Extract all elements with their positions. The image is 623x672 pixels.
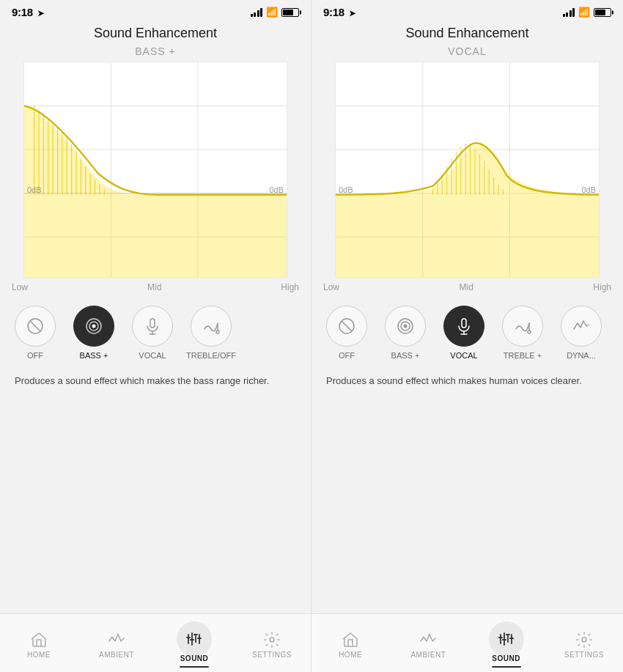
- svg-point-31: [216, 331, 219, 333]
- vocal-icon-circle-left: [132, 306, 173, 347]
- wifi-right: 📶: [578, 7, 590, 18]
- bass-icon-right: [395, 316, 416, 336]
- bass-label-left: BASS +: [80, 351, 108, 360]
- description-right: Produces a sound effect which makes huma…: [312, 363, 623, 613]
- tab-sound-circle-right: [489, 621, 524, 657]
- treble-icon-circle-left: [191, 306, 232, 347]
- treble-label-left: TREBLE/OFF: [186, 351, 236, 360]
- bass-button-left[interactable]: BASS +: [64, 306, 123, 360]
- tab-active-indicator-left: [180, 666, 209, 668]
- chart-left: 0dB 0dB: [23, 62, 287, 278]
- dynamic-button-right[interactable]: DYNA...: [552, 306, 611, 360]
- bass-icon-left: [84, 316, 104, 336]
- svg-point-73: [528, 331, 531, 333]
- mode-label-right: VOCAL: [312, 44, 623, 62]
- mid-label-right: Mid: [459, 282, 473, 292]
- sound-icon-left: [185, 630, 203, 648]
- tab-sound-label-right: SOUND: [492, 654, 520, 662]
- battery-right: [594, 8, 611, 17]
- time-left: 9:18 ➤: [12, 6, 43, 18]
- vocal-button-right[interactable]: VOCAL: [435, 306, 493, 360]
- low-label-left: Low: [12, 282, 28, 292]
- icons-row-left: OFF BASS + VOCAL: [0, 292, 311, 363]
- time-right: 9:18 ➤: [323, 6, 355, 18]
- tab-ambient-label-right: AMBIENT: [410, 651, 446, 659]
- dynamic-icon-right: [571, 316, 591, 336]
- high-label-right: High: [593, 282, 611, 292]
- treble-label-right: TREBLE +: [504, 351, 542, 360]
- svg-rect-28: [150, 319, 155, 328]
- settings-icon-left: [263, 631, 281, 649]
- tab-settings-right[interactable]: SETTINGS: [555, 629, 613, 660]
- vocal-label-right: VOCAL: [450, 351, 477, 360]
- tab-ambient-right[interactable]: AMBIENT: [399, 629, 457, 660]
- tab-sound-left[interactable]: SOUND: [165, 620, 224, 669]
- bass-label-right: BASS +: [391, 351, 420, 360]
- low-label-right: Low: [323, 282, 339, 292]
- off-icon-left: [25, 316, 45, 336]
- tab-bar-left: HOME AMBIENT SOUND: [0, 613, 311, 672]
- tab-settings-left[interactable]: SETTINGS: [243, 629, 301, 660]
- 0db-right-label: 0dB: [269, 185, 284, 194]
- chart-right: 0dB 0dB: [335, 62, 600, 278]
- treble-button-left[interactable]: TREBLE/OFF: [182, 306, 240, 360]
- treble-icon-left: [201, 316, 221, 336]
- vocal-label-left: VOCAL: [139, 351, 166, 360]
- off-button-right[interactable]: OFF: [317, 306, 376, 360]
- svg-point-83: [582, 638, 586, 642]
- home-icon-right: [342, 631, 359, 649]
- bass-icon-circle-right: [385, 306, 426, 347]
- freq-labels-right: Low Mid High: [312, 278, 623, 292]
- description-left: Produces a sound effect which makes the …: [0, 363, 311, 613]
- sound-icon-right: [498, 630, 515, 648]
- off-icon-circle-left: [15, 306, 56, 347]
- home-icon-left: [30, 631, 48, 649]
- ambient-icon-left: [108, 631, 125, 649]
- status-bar-left: 9:18 ➤ 📶: [0, 0, 311, 21]
- chart-wrapper-left: 0dB 0dB: [12, 62, 299, 278]
- bass-button-right[interactable]: BASS +: [376, 306, 435, 360]
- tab-home-left[interactable]: HOME: [10, 629, 68, 660]
- off-button-left[interactable]: OFF: [6, 306, 64, 360]
- battery-left: [281, 8, 299, 17]
- page-title-left: Sound Enhancement: [0, 21, 311, 44]
- off-icon-circle-right: [326, 306, 367, 347]
- treble-icon-right: [512, 316, 533, 336]
- chart-svg-right: [336, 62, 599, 277]
- vocal-icon-left: [142, 316, 163, 336]
- tab-settings-label-left: SETTINGS: [252, 651, 292, 659]
- tab-sound-right[interactable]: SOUND: [477, 620, 536, 669]
- tab-home-right[interactable]: HOME: [321, 629, 380, 660]
- ambient-icon-right: [419, 631, 437, 649]
- bass-icon-circle-left: [73, 306, 114, 347]
- svg-line-66: [342, 321, 352, 331]
- 0db-right-label-right: 0dB: [581, 185, 596, 194]
- icons-row-right: OFF BASS + VOCAL: [312, 292, 623, 363]
- mid-label-left: Mid: [147, 282, 161, 292]
- tab-ambient-label-left: AMBIENT: [99, 651, 134, 659]
- high-label-left: High: [281, 282, 299, 292]
- wifi-left: 📶: [266, 7, 278, 18]
- tab-ambient-left[interactable]: AMBIENT: [87, 629, 146, 660]
- tab-sound-label-left: SOUND: [180, 654, 209, 662]
- vocal-icon-right: [454, 316, 474, 336]
- tab-settings-label-right: SETTINGS: [564, 651, 604, 659]
- tab-bar-right: HOME AMBIENT SOUND: [312, 613, 623, 672]
- signal-right: [563, 8, 575, 17]
- treble-button-right[interactable]: TREBLE +: [493, 306, 552, 360]
- 0db-left-label: 0dB: [27, 185, 42, 194]
- svg-line-24: [30, 321, 40, 331]
- tab-sound-circle-left: [177, 621, 212, 657]
- svg-point-69: [404, 325, 408, 328]
- left-panel: 9:18 ➤ 📶 Sound Enhancement BASS +: [0, 0, 312, 672]
- vocal-button-left[interactable]: VOCAL: [123, 306, 182, 360]
- tab-home-label-right: HOME: [339, 651, 362, 659]
- mode-label-left: BASS +: [0, 44, 311, 62]
- signal-left: [251, 8, 263, 17]
- chart-wrapper-right: 0dB 0dB: [323, 62, 611, 278]
- off-label-right: OFF: [339, 351, 355, 360]
- right-panel: 9:18 ➤ 📶 Sound Enhancement VOCAL: [312, 0, 623, 672]
- svg-point-27: [92, 325, 96, 328]
- settings-icon-right: [575, 631, 593, 649]
- svg-point-42: [270, 638, 274, 642]
